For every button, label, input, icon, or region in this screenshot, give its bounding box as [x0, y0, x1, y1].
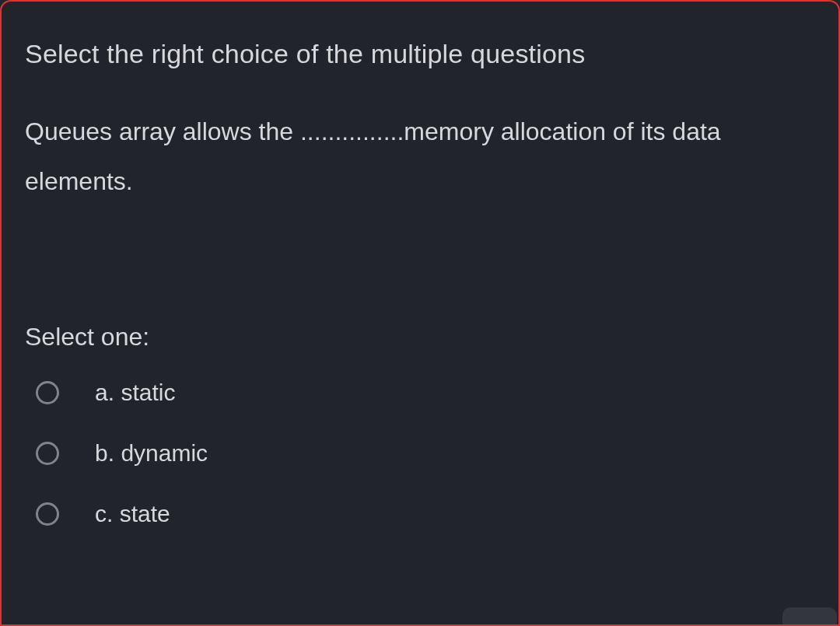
- select-one-label: Select one:: [25, 323, 815, 351]
- radio-icon[interactable]: [36, 502, 59, 526]
- options-list: a. static b. dynamic c. state: [25, 379, 815, 527]
- option-c[interactable]: c. state: [36, 501, 815, 527]
- radio-icon[interactable]: [36, 442, 59, 465]
- radio-icon[interactable]: [36, 381, 59, 404]
- option-a[interactable]: a. static: [36, 379, 815, 406]
- option-b[interactable]: b. dynamic: [36, 440, 815, 467]
- option-label: b. dynamic: [95, 440, 208, 467]
- corner-chip: [782, 607, 837, 624]
- option-label: c. state: [95, 501, 170, 527]
- question-card: Select the right choice of the multiple …: [0, 0, 840, 626]
- question-title: Select the right choice of the multiple …: [25, 39, 815, 69]
- question-prompt: Queues array allows the ...............m…: [25, 107, 815, 206]
- option-label: a. static: [95, 379, 175, 406]
